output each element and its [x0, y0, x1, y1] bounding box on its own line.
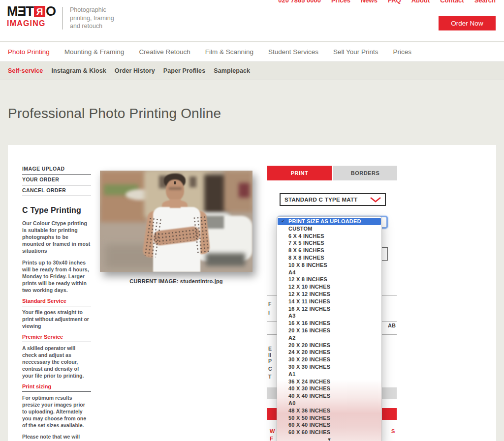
size-option[interactable]: 60 X 60 INCHES — [277, 429, 381, 436]
utility-nav-link[interactable]: FAQ — [388, 0, 401, 4]
size-option-label: 40 X 40 INCHES — [288, 393, 330, 399]
size-option[interactable]: A1 — [277, 371, 381, 378]
sub-nav-item[interactable]: Instagram & Kiosk — [51, 67, 106, 74]
sidebar: IMAGE UPLOADYOUR ORDERCANCEL ORDER C Typ… — [22, 166, 91, 440]
size-option[interactable]: 7 X 5 INCHES — [277, 239, 381, 247]
logo[interactable]: MƎTЯO IMAGING Photographic printing, fra… — [7, 5, 114, 30]
size-option[interactable]: 36 X 24 INCHES — [277, 378, 381, 385]
main-nav-item[interactable]: Film & Scanning — [205, 48, 253, 56]
utility-nav-link[interactable]: News — [361, 0, 378, 4]
utility-nav-link[interactable]: 020 7865 0000 — [278, 0, 321, 4]
size-option-label: A3 — [288, 313, 295, 319]
size-option[interactable]: 40 X 30 INCHES — [277, 385, 381, 392]
tab-borders[interactable]: BORDERS — [333, 166, 397, 180]
sub-nav-item[interactable]: Order History — [115, 67, 155, 74]
photo-shape — [170, 199, 181, 208]
photo-shape — [174, 181, 176, 184]
size-option-label: 30 X 30 INCHES — [288, 364, 330, 370]
sidebar-section-body: For optimum results presize your images … — [22, 394, 91, 429]
size-option[interactable]: 24 X 20 INCHES — [277, 349, 381, 356]
scroll-down-icon[interactable]: ▼ — [277, 437, 381, 441]
utility-nav-link[interactable]: Search — [474, 0, 496, 4]
size-option-label: 12 X 8 INCHES — [288, 276, 327, 282]
size-option[interactable]: A2 — [277, 334, 381, 342]
size-option[interactable]: 48 X 36 INCHES — [277, 407, 381, 414]
tab-print[interactable]: PRINT — [267, 166, 332, 180]
form-label-fragment: I — [268, 310, 273, 316]
size-option[interactable]: 8 X 8 INCHES — [277, 254, 381, 262]
paper-type-select[interactable]: STANDARD C TYPE MATT — [280, 193, 386, 206]
sidebar-links: IMAGE UPLOADYOUR ORDERCANCEL ORDER — [22, 166, 91, 196]
size-option-label: 8 X 6 INCHES — [288, 247, 324, 253]
sidebar-link[interactable]: CANCEL ORDER — [22, 187, 91, 196]
photo-shape — [239, 183, 250, 198]
size-option[interactable]: ✓ PRINT SIZE AS UPLOADED — [278, 218, 381, 225]
size-option[interactable]: 16 X 16 INCHES — [277, 320, 381, 327]
size-option[interactable]: 30 X 20 INCHES — [277, 356, 381, 363]
utility-nav-link[interactable]: Prices — [331, 0, 350, 4]
size-option[interactable]: 6 X 4 INCHES — [277, 233, 381, 240]
size-option[interactable]: A0 — [277, 400, 381, 407]
size-option-label: 48 X 36 INCHES — [288, 408, 330, 413]
utility-nav-link[interactable]: Contact — [440, 0, 464, 4]
order-now-button[interactable]: Order Now — [439, 16, 496, 30]
form-label-fragment: C — [268, 366, 273, 372]
size-option-label: 40 X 30 INCHES — [288, 385, 330, 391]
size-option[interactable]: 12 X 12 INCHES — [277, 291, 381, 298]
size-option[interactable]: 30 X 30 INCHES — [277, 363, 381, 371]
preview-image — [100, 171, 252, 272]
photo-shape — [189, 176, 196, 187]
checkmark-icon: ✓ — [281, 218, 285, 225]
size-dropdown-open: ✓ PRINT SIZE AS UPLOADED CUSTOM 6 X 4 IN… — [277, 216, 382, 441]
current-image-caption: CURRENT IMAGE: studentintro.jpg — [100, 278, 252, 284]
size-option[interactable]: 50 X 50 INCHES — [277, 414, 381, 422]
size-option[interactable]: 12 X 10 INCHES — [277, 283, 381, 291]
page: 020 7865 0000PricesNewsFAQAboutContactSe… — [0, 0, 504, 441]
sidebar-section-heading: Standard Service — [22, 298, 91, 306]
size-option[interactable]: 14 X 11 INCHES — [277, 298, 381, 305]
size-option-label: 12 X 10 INCHES — [288, 284, 330, 290]
sidebar-section: Premier Service A skilled operator will … — [22, 334, 91, 379]
sub-nav-item[interactable]: Paper Profiles — [163, 67, 205, 74]
size-option[interactable]: CUSTOM — [277, 225, 381, 233]
size-option-label: A2 — [288, 335, 295, 341]
size-option[interactable]: 20 X 20 INCHES — [277, 342, 381, 349]
size-option[interactable]: 40 X 40 INCHES — [277, 392, 381, 400]
size-option[interactable]: A4 — [277, 269, 381, 276]
size-option[interactable]: 8 X 6 INCHES — [277, 247, 381, 254]
main-nav-item[interactable]: Sell Your Prints — [333, 48, 378, 56]
photo-shape — [169, 187, 182, 190]
sidebar-link[interactable]: IMAGE UPLOAD — [22, 166, 91, 175]
size-option[interactable]: A3 — [277, 312, 381, 320]
size-option[interactable]: 16 X 12 INCHES — [277, 305, 381, 313]
size-option-label: 36 X 24 INCHES — [288, 379, 330, 384]
size-option[interactable]: 60 X 40 INCHES — [277, 421, 381, 429]
content-panel: IMAGE UPLOADYOUR ORDERCANCEL ORDER C Typ… — [8, 145, 496, 441]
sub-nav-item[interactable]: Samplepack — [214, 67, 250, 74]
main-nav-item[interactable]: Mounting & Framing — [64, 48, 125, 56]
size-option-label: 10 X 8 INCHES — [288, 262, 327, 268]
size-option[interactable]: 20 X 16 INCHES — [277, 327, 381, 334]
size-option-label: 24 X 20 INCHES — [288, 349, 330, 355]
logo-tagline: Photographic printing, framing and retou… — [70, 6, 114, 30]
sidebar-link[interactable]: YOUR ORDER — [22, 176, 91, 185]
size-option-label: A1 — [288, 371, 295, 377]
size-option[interactable]: 12 X 8 INCHES — [277, 276, 381, 283]
size-option-label: CUSTOM — [288, 226, 313, 232]
main-nav-item[interactable]: Photo Printing — [8, 48, 50, 56]
size-option-label: 60 X 40 INCHES — [288, 422, 330, 428]
utility-nav-link[interactable]: About — [411, 0, 430, 4]
sub-nav-item[interactable]: Self-service — [8, 67, 43, 74]
logo-r-box: Я — [34, 6, 45, 17]
red-text-fragment: F — [270, 436, 273, 441]
size-option-label: 60 X 60 INCHES — [288, 429, 330, 435]
size-option[interactable]: 10 X 8 INCHES — [277, 262, 381, 269]
size-option-label: 20 X 16 INCHES — [288, 327, 330, 333]
size-option-label: 20 X 20 INCHES — [288, 342, 330, 348]
size-option-label: 16 X 16 INCHES — [288, 320, 330, 326]
sidebar-heading: C Type Printing — [22, 206, 91, 215]
main-nav-item[interactable]: Student Services — [268, 48, 318, 56]
main-nav-item[interactable]: Prices — [393, 48, 412, 56]
main-nav-item[interactable]: Creative Retouch — [139, 48, 190, 56]
logo-wordmark: MƎTЯO — [7, 5, 56, 18]
